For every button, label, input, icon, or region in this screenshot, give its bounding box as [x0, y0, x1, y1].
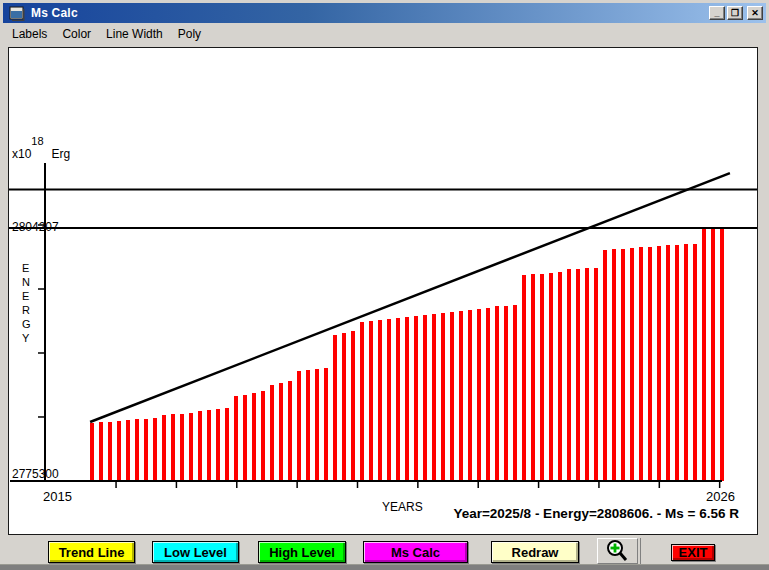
menu-item-line-width[interactable]: Line Width [106, 27, 163, 41]
energy-bar [153, 418, 157, 481]
energy-bar [252, 393, 256, 481]
energy-bar [387, 319, 391, 481]
energy-bar [567, 269, 571, 481]
energy-bar [234, 396, 238, 481]
app-window: Ms Calc _ ❐ ✕ Labels Color Line Width Po… [0, 0, 769, 570]
energy-bar [432, 314, 436, 481]
energy-bar [657, 246, 661, 481]
energy-bar [108, 422, 112, 481]
energy-bar [351, 331, 355, 481]
energy-bar [675, 245, 679, 481]
menu-item-poly[interactable]: Poly [178, 27, 201, 41]
energy-bar [459, 311, 463, 481]
energy-bar [711, 228, 715, 481]
energy-bar [414, 316, 418, 481]
low-level-button[interactable]: Low Level [152, 541, 239, 563]
menu-item-color[interactable]: Color [62, 27, 91, 41]
energy-bar [720, 228, 724, 481]
app-icon [9, 6, 25, 21]
energy-bar [612, 249, 616, 481]
menu-bar: Labels Color Line Width Poly [3, 24, 766, 44]
maximize-button[interactable]: ❐ [727, 6, 743, 20]
energy-bar [369, 321, 373, 481]
energy-bar [126, 420, 130, 481]
energy-bar [207, 410, 211, 481]
energy-bar [603, 250, 607, 481]
energy-bar [297, 371, 301, 481]
energy-bar [162, 415, 166, 481]
energy-bar [315, 369, 319, 481]
exit-button[interactable]: EXIT [671, 544, 715, 561]
energy-bar [495, 306, 499, 481]
energy-bar [171, 414, 175, 481]
x-axis-start-label: 2015 [43, 489, 72, 504]
energy-bar [324, 368, 328, 481]
energy-bar [441, 313, 445, 481]
energy-bar [477, 309, 481, 481]
toolbar-divider [640, 538, 641, 564]
window-title: Ms Calc [31, 6, 78, 20]
energy-bar [306, 370, 310, 481]
energy-bar [558, 272, 562, 481]
x-axis-end-label: 2026 [706, 489, 735, 504]
minimize-button[interactable]: _ [709, 6, 725, 20]
energy-bar [117, 421, 121, 481]
energy-bar [666, 245, 670, 481]
y-unit-multiplier: x10 [12, 147, 31, 161]
energy-bar [405, 317, 409, 481]
y-unit-exponent: 18 [31, 135, 43, 147]
energy-bar [540, 274, 544, 481]
energy-bar [423, 315, 427, 481]
close-button[interactable]: ✕ [747, 6, 763, 20]
energy-bar [486, 308, 490, 481]
title-bar[interactable]: Ms Calc _ ❐ ✕ [3, 3, 766, 23]
energy-bar [225, 408, 229, 481]
energy-bar [585, 268, 589, 481]
energy-bar [576, 269, 580, 481]
chart-panel: x1018Erg 2804207 ENERGY 2775300 2015 202… [8, 47, 758, 535]
energy-bar [648, 247, 652, 481]
energy-bar [684, 244, 688, 481]
energy-bar [243, 395, 247, 481]
energy-bar [189, 413, 193, 481]
energy-bar-chart [9, 48, 757, 534]
energy-bar [216, 409, 220, 481]
energy-bar [261, 391, 265, 481]
energy-bar [396, 318, 400, 481]
energy-bar [531, 274, 535, 481]
energy-bar [360, 322, 364, 481]
window-controls: _ ❐ ✕ [709, 6, 763, 20]
energy-bar [630, 248, 634, 481]
high-level-button[interactable]: High Level [258, 541, 346, 563]
energy-bar [180, 414, 184, 481]
trend-line-button[interactable]: Trend Line [48, 541, 135, 563]
energy-bar [99, 422, 103, 481]
energy-bar [693, 244, 697, 481]
ms-calc-button[interactable]: Ms Calc [363, 541, 468, 563]
y-unit-erg: Erg [52, 147, 71, 161]
magnifier-plus-icon [605, 539, 631, 563]
energy-bar [333, 335, 337, 481]
energy-bar [450, 312, 454, 481]
energy-bar [549, 273, 553, 481]
low-level-value-label: 2804207 [12, 220, 59, 234]
energy-bar [594, 268, 598, 481]
energy-bar [342, 333, 346, 481]
energy-bar [90, 423, 94, 481]
y-axis-min-label: 2775300 [12, 467, 59, 481]
energy-bar [702, 228, 706, 481]
redraw-button[interactable]: Redraw [491, 541, 579, 563]
energy-bar [198, 411, 202, 481]
energy-bar [288, 381, 292, 481]
energy-bar [522, 275, 526, 481]
energy-bar [504, 306, 508, 481]
menu-item-labels[interactable]: Labels [12, 27, 47, 41]
energy-bar [135, 419, 139, 481]
zoom-button[interactable] [597, 538, 638, 564]
energy-bar [513, 305, 517, 481]
energy-bar [468, 310, 472, 481]
energy-bar [621, 249, 625, 481]
window-bottom-edge [0, 564, 769, 570]
x-axis-title: YEARS [382, 500, 423, 514]
energy-bar [639, 247, 643, 481]
